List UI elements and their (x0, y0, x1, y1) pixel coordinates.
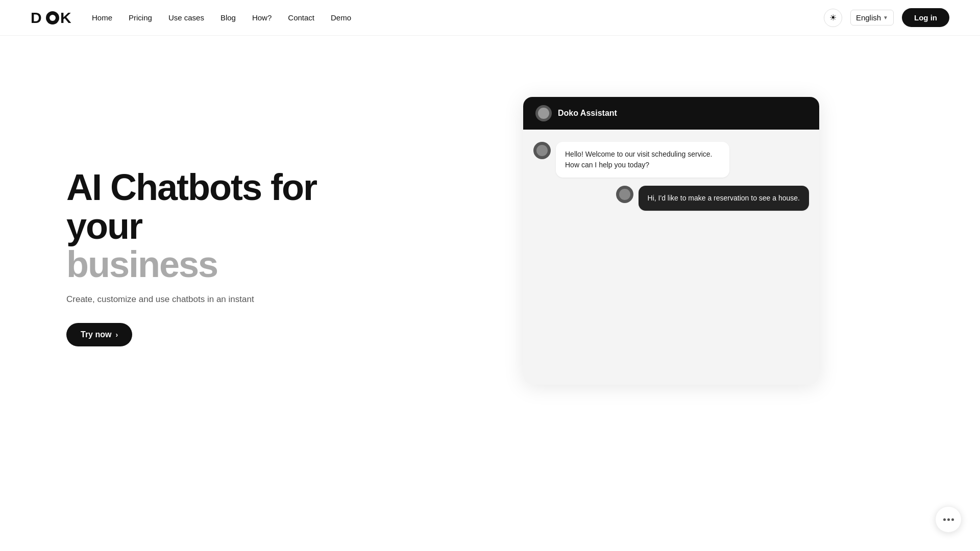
hero-subtitle: Create, customize and use chatbots in an… (66, 294, 352, 305)
svg-text:D: D (31, 9, 42, 26)
hero-title: AI Chatbots for your business (66, 168, 352, 284)
user-message-bubble: Hi, I'd like to make a reservation to se… (639, 186, 809, 211)
chat-header-title: Doko Assistant (558, 109, 617, 118)
nav-links: Home Pricing Use cases Blog How? Contact… (92, 13, 351, 22)
chat-header: Doko Assistant (523, 97, 819, 130)
bot-avatar (533, 142, 551, 159)
chat-fab-dot-2 (947, 518, 950, 521)
nav-blog[interactable]: Blog (220, 13, 236, 22)
chat-section: Doko Assistant Hello! Welcome to our vis… (393, 77, 949, 385)
nav-use-cases[interactable]: Use cases (168, 13, 204, 22)
try-now-label: Try now (81, 330, 111, 339)
user-message-text: Hi, I'd like to make a reservation to se… (648, 194, 800, 202)
hero-title-line1: AI Chatbots for your (66, 167, 316, 246)
chat-fab-dot-3 (951, 518, 954, 521)
logo[interactable]: D K (31, 9, 71, 27)
sun-icon: ☀ (829, 13, 837, 22)
navbar-left: D K Home Pricing Use cases Blog How? Con… (31, 9, 351, 27)
language-label: English (856, 13, 881, 22)
login-button[interactable]: Log in (902, 8, 949, 27)
theme-toggle-button[interactable]: ☀ (824, 9, 842, 27)
nav-how[interactable]: How? (252, 13, 272, 22)
nav-demo[interactable]: Demo (331, 13, 351, 22)
language-selector[interactable]: English ▼ (850, 10, 894, 26)
logo-svg: D K (31, 9, 71, 27)
arrow-icon: › (115, 331, 118, 339)
chat-header-avatar-inner (538, 108, 549, 119)
bot-message-row: Hello! Welcome to our visit scheduling s… (533, 142, 809, 178)
bot-message-text: Hello! Welcome to our visit scheduling s… (565, 150, 712, 169)
user-avatar-inner (619, 189, 630, 200)
navbar: D K Home Pricing Use cases Blog How? Con… (0, 0, 980, 36)
chevron-down-icon: ▼ (883, 15, 888, 20)
user-avatar (616, 186, 633, 203)
try-now-button[interactable]: Try now › (66, 323, 132, 346)
hero-section: AI Chatbots for your business Create, cu… (66, 77, 352, 346)
chat-widget: Doko Assistant Hello! Welcome to our vis… (523, 97, 819, 385)
svg-point-2 (50, 15, 56, 21)
chat-body: Hello! Welcome to our visit scheduling s… (523, 130, 819, 385)
nav-home[interactable]: Home (92, 13, 112, 22)
main-content: AI Chatbots for your business Create, cu… (0, 36, 980, 551)
chat-header-avatar (535, 105, 552, 121)
navbar-right: ☀ English ▼ Log in (824, 8, 949, 27)
bot-avatar-inner (536, 145, 548, 156)
svg-text:K: K (60, 9, 71, 26)
nav-pricing[interactable]: Pricing (129, 13, 152, 22)
hero-title-line2: business (66, 244, 217, 285)
chat-fab-dot-1 (943, 518, 946, 521)
user-message-row: Hi, I'd like to make a reservation to se… (533, 186, 809, 211)
nav-contact[interactable]: Contact (288, 13, 314, 22)
bot-message-bubble: Hello! Welcome to our visit scheduling s… (556, 142, 729, 178)
chat-fab-dots (943, 518, 954, 521)
chat-fab-button[interactable] (935, 506, 962, 533)
